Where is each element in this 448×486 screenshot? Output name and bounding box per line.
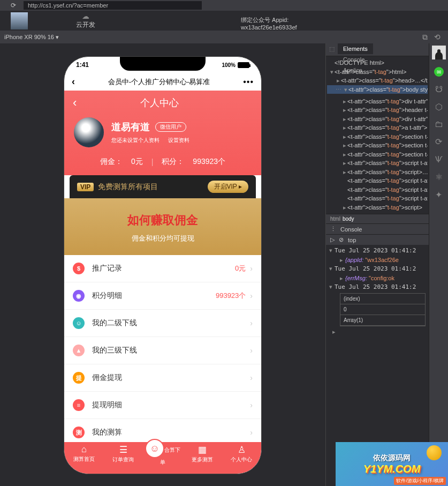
vip-open-button[interactable]: 开启VIP ▸: [208, 181, 248, 193]
battery-pct: 100%: [222, 62, 236, 68]
star-icon[interactable]: ✦: [435, 190, 442, 200]
earn-subtitle: 佣金和积分均可提现: [64, 234, 261, 243]
vip-bar[interactable]: VIP 免费测算所有项目 开启VIP ▸: [70, 175, 256, 198]
list-item-icon: ≡: [73, 399, 85, 411]
appid-binding: 绑定公众号 Appid: wx13acf26e1e6933ef: [0, 15, 448, 32]
status-time: 1:41: [76, 61, 89, 69]
list-item-value: 993923个: [216, 291, 246, 301]
app-content[interactable]: ‹ 个人中心 道易有道 微信用户 您还未设置个人资料 设置资料: [64, 91, 261, 470]
chevron-right-icon: ›: [250, 264, 253, 273]
list-item[interactable]: ▲我的三级下线›: [64, 337, 261, 364]
list-item-label: 提现明细: [92, 400, 246, 410]
tab-item[interactable]: ▦更多测算: [183, 444, 222, 472]
avatar[interactable]: [74, 117, 104, 147]
browser-url-bar: ⟳ http://cs1.ysef.cn/?ac=member: [0, 0, 448, 11]
tab-item[interactable]: ☰订单查询: [104, 444, 143, 472]
devtools-tab[interactable]: Elements: [338, 43, 373, 54]
butterfly-icon[interactable]: Ѱ: [435, 154, 443, 165]
drawer-dots-icon[interactable]: ⋮: [330, 226, 336, 233]
profile-header: ‹ 个人中心 道易有道 微信用户 您还未设置个人资料 设置资料: [64, 91, 261, 175]
list-item-label: 我的三级下线: [92, 346, 246, 355]
watermark-en: Y1YM.COM: [363, 463, 421, 475]
earn-banner[interactable]: 如何赚取佣金 佣金和积分均可提现: [64, 198, 261, 255]
cube-icon[interactable]: ⬡: [435, 102, 443, 112]
dom-tree[interactable]: <!DOCTYPE html>▾<t-attr">class="t-tag">h…: [326, 56, 429, 214]
console-block-icon[interactable]: ⊘: [339, 236, 344, 243]
tab-icon: ☺: [145, 439, 164, 458]
inspect-icon[interactable]: ⬚: [326, 43, 338, 56]
capsule-menu-icon[interactable]: •••: [243, 77, 254, 87]
watermark-cn: 依依源码网: [373, 453, 411, 463]
rotate-icon[interactable]: ⟲: [434, 33, 441, 41]
simulator-pane: 1:41 100% ‹ 会员中-个人推广分销中心-易算准 ••• ‹ 个人中心: [0, 43, 325, 486]
stat-separator: |: [151, 158, 154, 166]
atom-icon[interactable]: ⚛: [435, 172, 443, 182]
tab-icon: ⌂: [64, 444, 104, 455]
console-context[interactable]: top: [348, 237, 356, 243]
list-item-label: 积分明细: [92, 291, 216, 301]
tab-item[interactable]: ⌂测算首页: [64, 444, 104, 472]
user-avatar-icon[interactable]: [432, 46, 446, 59]
breadcrumb[interactable]: htmlbody: [326, 214, 429, 223]
list-item[interactable]: ◉积分明细993923个›: [64, 282, 261, 310]
earn-title: 如何赚取佣金: [64, 212, 261, 228]
user-tag: 微信用户: [155, 122, 186, 132]
watermark-tag: 软件/游戏/小程序/棋牌: [394, 477, 446, 485]
points-label: 积分：: [162, 157, 184, 167]
console-drawer-header: ⋮ Console: [326, 223, 429, 234]
profile-hint: 您还未设置个人资料: [111, 137, 160, 144]
notch: [120, 57, 206, 71]
list-item-icon: ▲: [73, 345, 85, 356]
list-item[interactable]: $推广记录0元›: [64, 255, 261, 282]
console-output[interactable]: ▾Tue Jul 25 2023 01:41:2▸{appId: "wx13ac…: [326, 245, 429, 337]
folder-icon[interactable]: 🗀: [435, 119, 443, 129]
phone-frame: 1:41 100% ‹ 会员中-个人推广分销中心-易算准 ••• ‹ 个人中心: [64, 56, 262, 474]
watermark-orb-icon: [427, 445, 442, 460]
list-item-icon: 测: [73, 427, 85, 438]
tab-icon: ♙: [222, 444, 261, 455]
crumb-item[interactable]: html: [330, 216, 340, 222]
points-value: 993923个: [193, 157, 225, 167]
crumb-item[interactable]: body: [343, 216, 354, 222]
list-item-icon: $: [73, 263, 85, 274]
tab-icon: ▦: [183, 444, 222, 455]
tab-item[interactable]: ☺合算下单: [143, 439, 183, 466]
chevron-right-icon: ›: [250, 373, 253, 382]
nav-title: 会员中-个人推广分销中心-易算准: [75, 77, 243, 87]
reload-icon[interactable]: ⟳: [11, 2, 16, 9]
tab-label: 个人中心: [231, 457, 252, 462]
tab-label: 更多测算: [192, 457, 213, 462]
tab-bar: ⌂测算首页☰订单查询☺合算下单▦更多测算♙个人中心: [64, 442, 261, 474]
tab-item[interactable]: ♙个人中心: [222, 444, 261, 472]
chevron-right-icon: ›: [250, 401, 253, 409]
chevron-right-icon: ›: [250, 428, 253, 437]
device-selector[interactable]: iPhone XR 90% 16 ▾: [4, 34, 59, 40]
vip-badge: VIP: [77, 183, 94, 191]
battery-icon: [238, 62, 249, 68]
list-item-label: 我的二级下线: [92, 318, 246, 328]
tab-icon: ☰: [104, 444, 143, 455]
console-drawer-title: Console: [340, 226, 362, 233]
page-title: 个人中心: [66, 96, 253, 109]
commission-value: 0元: [131, 157, 143, 167]
profile-edit-link[interactable]: 设置资料: [168, 137, 189, 144]
url-field[interactable]: http://cs1.ysef.cn/?ac=member: [24, 1, 202, 10]
tab-label: 测算首页: [73, 456, 95, 462]
list-item[interactable]: ≡提现明细›: [64, 392, 261, 419]
console-clear-icon[interactable]: ▷: [330, 236, 335, 243]
list-item-icon: ◉: [73, 290, 85, 302]
refresh-icon[interactable]: ⟳: [435, 137, 442, 147]
list-item-icon: 提: [73, 372, 85, 384]
list-item-label: 佣金提现: [92, 373, 246, 383]
chevron-right-icon: ›: [250, 291, 253, 300]
list-item[interactable]: 提佣金提现›: [64, 364, 261, 392]
contacts-icon[interactable]: ☋: [435, 84, 443, 94]
devtools-tabs: ⬚ ElementsConsoleApplica: [326, 43, 429, 56]
chat-icon[interactable]: ✉: [434, 67, 444, 77]
chevron-right-icon: ›: [250, 319, 253, 327]
device-toolbar: iPhone XR 90% 16 ▾ ⧉ ⟲: [0, 31, 448, 43]
list-item-label: 我的测算: [92, 428, 246, 437]
list-item-value: 0元: [235, 264, 246, 273]
list-item[interactable]: ☺我的二级下线›: [64, 310, 261, 337]
copy-icon[interactable]: ⧉: [422, 33, 428, 42]
